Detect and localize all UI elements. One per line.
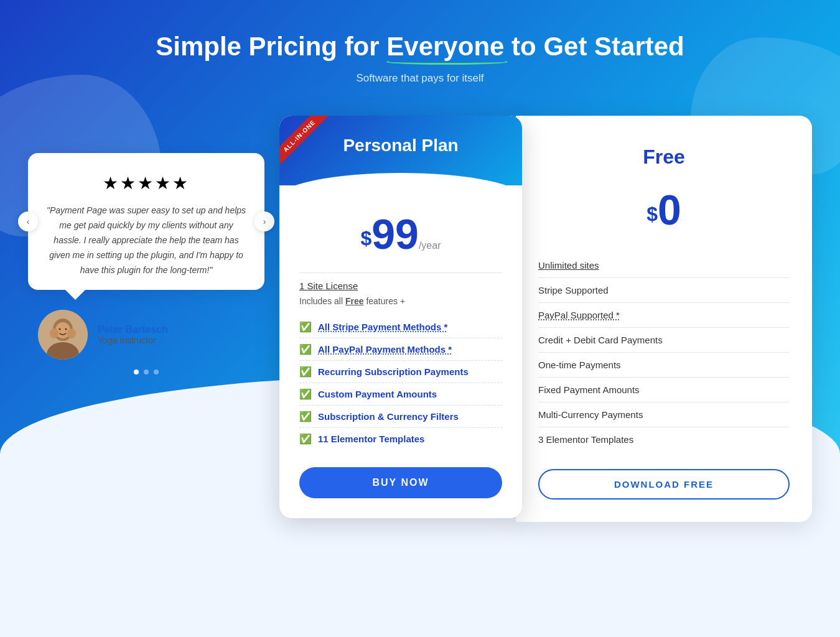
pricing-layout: ‹ › ★★★★★ "Payment Page was super easy t… (28, 116, 812, 522)
personal-plan-body: $99/year 1 Site License Includes all Fre… (279, 185, 522, 518)
carousel-prev-button[interactable]: ‹ (18, 212, 38, 231)
free-price-currency: $ (646, 203, 658, 225)
svg-point-6 (65, 328, 67, 330)
carousel-dot-2[interactable] (144, 370, 149, 374)
free-feature-item: PayPal Supported * (538, 303, 790, 328)
carousel-dot-3[interactable] (154, 370, 159, 374)
svg-point-8 (67, 328, 76, 338)
feature-stripe: All Stripe Payment Methods * (318, 322, 447, 332)
free-feature-item: Credit + Debit Card Payments (538, 328, 790, 353)
author-job-title: Yoga Instructor (98, 335, 168, 345)
price-divider (299, 272, 502, 273)
personal-features-list: ✅ All Stripe Payment Methods * ✅ All Pay… (299, 316, 502, 450)
personal-plan-card: ALL-IN-ONE Personal Plan $99/year 1 Site… (279, 116, 522, 518)
personal-price-currency: $ (360, 227, 371, 249)
star-rating: ★★★★★ (45, 173, 247, 193)
testimonial-text: "Payment Page was super easy to set up a… (45, 203, 247, 277)
buy-now-button[interactable]: BUY NOW (299, 467, 502, 498)
plans-container: ALL-IN-ONE Personal Plan $99/year 1 Site… (279, 116, 812, 522)
author-name: Peter Bartesch (98, 324, 168, 335)
title-part2: to Get Started (504, 32, 684, 61)
carousel-dot-1[interactable] (134, 370, 139, 374)
includes-text: Includes all Free features + (299, 296, 502, 306)
carousel-dots (28, 370, 264, 374)
free-feature-item: Multi-Currency Payments (538, 402, 790, 427)
testimonial-card: ‹ › ★★★★★ "Payment Page was super easy t… (28, 153, 264, 290)
free-price-block: $0 (538, 188, 790, 231)
feature-item: ✅ Custom Payment Amounts (299, 383, 502, 406)
free-feature-item: Fixed Payment Amounts (538, 378, 790, 402)
author-info: Peter Bartesch Yoga Instructor (98, 324, 168, 345)
svg-point-7 (50, 328, 58, 338)
ribbon-label: ALL-IN-ONE (279, 116, 330, 167)
title-highlight: Everyone (386, 31, 504, 62)
personal-price-block: $99/year (299, 213, 502, 255)
feature-custom-amounts: Custom Payment Amounts (318, 389, 437, 399)
free-link: Free (345, 296, 364, 306)
site-license-label: 1 Site License (299, 281, 502, 291)
feature-paypal: All PayPal Payment Methods * (318, 344, 452, 355)
download-free-button[interactable]: DOWNLOAD FREE (538, 469, 790, 500)
feature-filters: Subscription & Currency Filters (318, 411, 459, 422)
all-in-one-ribbon: ALL-IN-ONE (279, 116, 342, 178)
free-plan-name: Free (538, 146, 790, 169)
personal-price-period: /year (419, 240, 441, 251)
feature-item: ✅ All Stripe Payment Methods * (299, 316, 502, 338)
avatar (38, 310, 88, 360)
free-feature-item: Stripe Supported (538, 278, 790, 303)
free-plan-card: Free $0 Unlimited sites Stripe Supported… (516, 116, 812, 522)
feature-recurring: Recurring Subscription Payments (318, 366, 469, 377)
svg-point-5 (59, 328, 61, 330)
feature-templates: 11 Elementor Templates (318, 434, 424, 444)
free-features-list: Unlimited sites Stripe Supported PayPal … (538, 253, 790, 452)
carousel-next-button[interactable]: › (254, 212, 274, 231)
check-icon: ✅ (299, 321, 312, 333)
feature-item: ✅ All PayPal Payment Methods * (299, 338, 502, 361)
check-icon: ✅ (299, 366, 312, 378)
testimonial-section: ‹ › ★★★★★ "Payment Page was super easy t… (28, 153, 264, 374)
page-title: Simple Pricing for Everyone to Get Start… (25, 31, 815, 62)
personal-plan-header: ALL-IN-ONE Personal Plan (279, 116, 522, 185)
title-part1: Simple Pricing for (156, 32, 386, 61)
free-price-amount: 0 (658, 186, 681, 233)
feature-item: ✅ Recurring Subscription Payments (299, 361, 502, 383)
free-feature-item: One-time Payments (538, 353, 790, 378)
page-header: Simple Pricing for Everyone to Get Start… (25, 31, 815, 85)
author-section: Peter Bartesch Yoga Instructor (28, 310, 264, 360)
check-icon: ✅ (299, 411, 312, 422)
check-icon: ✅ (299, 433, 312, 445)
feature-item: ✅ Subscription & Currency Filters (299, 406, 502, 428)
check-icon: ✅ (299, 343, 312, 355)
header-subtitle: Software that pays for itself (25, 72, 815, 85)
feature-item: ✅ 11 Elementor Templates (299, 428, 502, 450)
personal-price-amount: 99 (371, 210, 419, 258)
free-feature-item: Unlimited sites (538, 253, 790, 278)
check-icon: ✅ (299, 388, 312, 400)
free-feature-item: 3 Elementor Templates (538, 427, 790, 452)
